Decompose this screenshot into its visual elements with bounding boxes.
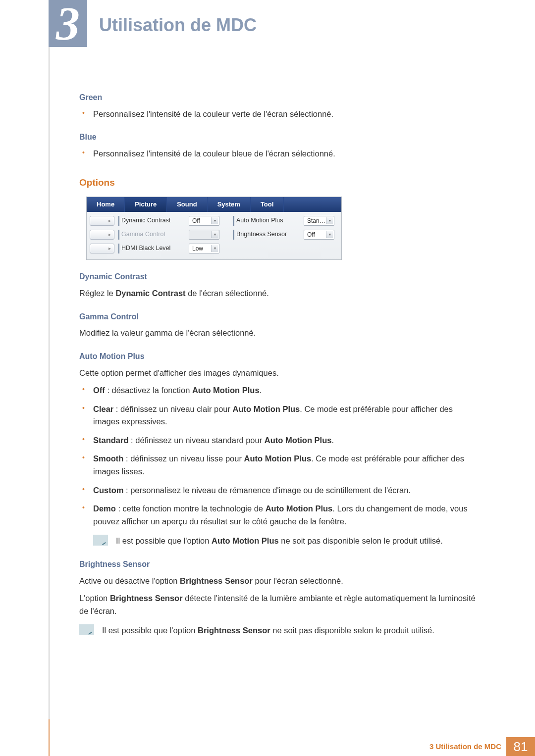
tab-tool[interactable]: Tool	[251, 197, 284, 212]
panel-tabbar: Home Picture Sound System Tool	[87, 197, 341, 212]
amp-item-smooth: Smooth : définissez un niveau lisse pour…	[93, 453, 476, 478]
dropdown-gamma-control: ▾	[189, 230, 219, 240]
heading-blue: Blue	[79, 131, 476, 144]
dropdown-value: Off	[307, 230, 315, 240]
content-area: Green Personnalisez l'intensité de la co…	[79, 92, 476, 644]
footer: 3 Utilisation de MDC 81	[0, 737, 535, 756]
dropdown-value: Low	[192, 244, 203, 253]
bullet-blue-1: Personnalisez l'intensité de la couleur …	[93, 148, 476, 160]
tab-home[interactable]: Home	[87, 197, 125, 212]
sidebar-rule	[49, 0, 50, 720]
dropdown-hdmi-black-level[interactable]: Low ▾	[189, 244, 219, 253]
chevron-down-icon: ▾	[211, 245, 218, 252]
row-label-brightness-sensor: Brightness Sensor	[233, 230, 300, 239]
amp-item-custom: Custom : personnalisez le niveau de réma…	[93, 484, 476, 497]
para-bs-1: Active ou désactive l'option Brightness …	[79, 575, 476, 588]
note-amp: Il est possible que l'option Auto Motion…	[116, 535, 476, 548]
note-icon	[79, 624, 94, 635]
row-label-hdmi-black-level: HDMI Black Level	[118, 244, 185, 253]
footer-chapter-label: 3 Utilisation de MDC	[429, 737, 506, 756]
row-label-dynamic-contrast: Dynamic Contrast	[118, 216, 185, 225]
heading-brightness-sensor: Brightness Sensor	[79, 558, 476, 571]
para-gamma-control: Modifiez la valeur gamma de l'écran séle…	[79, 327, 476, 340]
amp-item-demo: Demo : cette fonction montre la technolo…	[93, 503, 476, 528]
amp-item-clear: Clear : définissez un niveau clair pour …	[93, 403, 476, 428]
para-bs-2: L'option Brightness Sensor détecte l'int…	[79, 592, 476, 617]
note-icon	[93, 535, 108, 546]
dropdown-auto-motion-plus[interactable]: Stan… ▾	[304, 216, 334, 226]
heading-options: Options	[79, 175, 476, 190]
dropdown-value: Stan…	[307, 216, 325, 226]
para-dynamic-contrast: Réglez le Dynamic Contrast de l'écran sé…	[79, 287, 476, 300]
dropdown-dynamic-contrast[interactable]: Off ▾	[189, 216, 219, 226]
chevron-down-icon: ▾	[326, 231, 333, 238]
options-panel: Home Picture Sound System Tool ▸ Dynamic…	[86, 197, 342, 260]
heading-gamma-control: Gamma Control	[79, 311, 476, 323]
footer-page-number: 81	[506, 737, 535, 756]
expand-button-1[interactable]: ▸	[90, 216, 114, 226]
tab-system[interactable]: System	[208, 197, 251, 212]
page-title: Utilisation de MDC	[99, 15, 257, 36]
panel-rows: ▸ Dynamic Contrast Off ▾ Auto Motion Plu…	[87, 212, 341, 259]
heading-green: Green	[79, 92, 476, 104]
heading-auto-motion-plus: Auto Motion Plus	[79, 351, 476, 363]
bullet-green-1: Personnalisez l'intensité de la couleur …	[93, 108, 476, 121]
chapter-number-box: 3	[49, 0, 87, 47]
amp-item-off: Off : désactivez la fonction Auto Motion…	[93, 384, 476, 397]
para-amp-intro: Cette option permet d'afficher des image…	[79, 367, 476, 380]
amp-item-standard: Standard : définissez un niveau standard…	[93, 434, 476, 447]
heading-dynamic-contrast: Dynamic Contrast	[79, 271, 476, 283]
row-label-gamma-control: Gamma Control	[118, 230, 185, 239]
dropdown-value: Off	[192, 216, 200, 226]
chevron-down-icon: ▾	[211, 231, 218, 238]
expand-button-3[interactable]: ▸	[90, 244, 114, 253]
expand-button-2[interactable]: ▸	[90, 230, 114, 240]
row-label-auto-motion-plus: Auto Motion Plus	[233, 216, 300, 225]
chevron-down-icon: ▾	[211, 217, 218, 224]
tab-sound[interactable]: Sound	[167, 197, 207, 212]
tab-picture[interactable]: Picture	[125, 197, 167, 212]
chevron-down-icon: ▾	[326, 217, 333, 224]
note-bs: Il est possible que l'option Brightness …	[102, 624, 476, 637]
dropdown-brightness-sensor[interactable]: Off ▾	[304, 230, 334, 240]
